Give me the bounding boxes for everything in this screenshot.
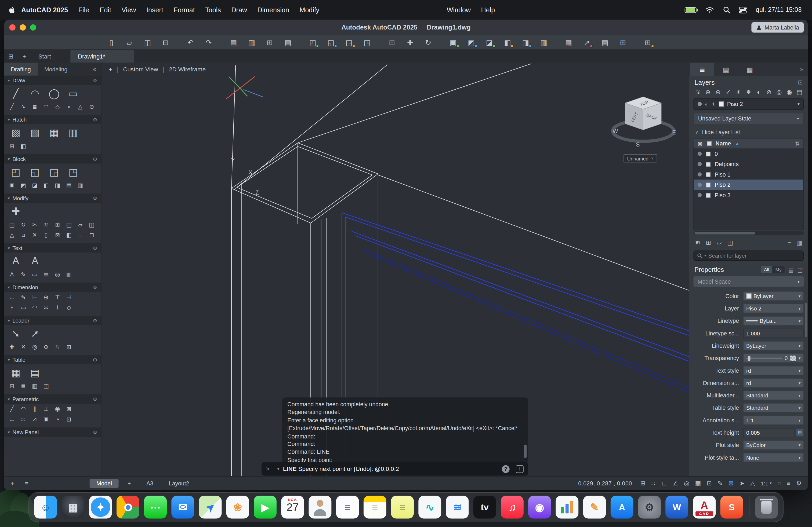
dock-item-s-app[interactable]: S <box>721 496 743 519</box>
layer-color-swatch[interactable] <box>706 182 710 187</box>
tool-icon[interactable]: ◠ <box>42 103 50 111</box>
layout-tab-model[interactable]: Model <box>90 479 119 488</box>
dock-item-music[interactable]: ♫ <box>501 496 524 519</box>
command-help-button[interactable]: ? <box>502 465 510 473</box>
dock-item-finder[interactable]: ☺ <box>34 496 57 519</box>
dock-item-app-store[interactable]: A <box>611 496 634 519</box>
dock-item-stocks[interactable]: ≋ <box>446 496 469 519</box>
tool-icon[interactable]: ▧ <box>27 125 43 140</box>
layer-row-piso-3[interactable]: Piso 3 <box>694 190 803 200</box>
tool-icon[interactable]: ◪ <box>31 181 39 190</box>
property-value-text-style[interactable]: rd▾ <box>743 366 804 375</box>
panel-header-hatch[interactable]: ▾Hatch⚙ <box>4 115 101 124</box>
pan-button[interactable]: ✚ <box>405 37 416 47</box>
wifi-icon[interactable] <box>706 6 714 13</box>
menu-view[interactable]: View <box>116 6 141 14</box>
tool-icon[interactable]: ◱ <box>27 165 43 179</box>
snap-mode-toggle[interactable]: ∷ <box>651 480 655 487</box>
tool-icon[interactable]: ↻ <box>19 221 27 229</box>
gear-icon[interactable]: ⚙ <box>93 284 97 290</box>
battery-icon[interactable] <box>685 7 697 13</box>
control-center-icon[interactable] <box>739 6 747 13</box>
tool-icon[interactable]: ✚ <box>8 204 24 219</box>
filter-all-button[interactable]: All <box>761 266 772 273</box>
gear-icon[interactable]: ⚙ <box>93 195 97 201</box>
property-value-multileader[interactable]: Standard▾ <box>743 391 804 400</box>
annotation-visibility-toggle[interactable]: ➤ <box>739 480 744 487</box>
dock-item-freeform[interactable]: ∿ <box>418 496 441 519</box>
tool-icon[interactable]: ▯ <box>42 231 50 239</box>
page-setup-button[interactable]: ⊞ <box>265 37 275 47</box>
menu-window[interactable]: Window <box>442 6 476 14</box>
tool-icon[interactable]: ⊞ <box>65 343 73 351</box>
tab-modeling[interactable]: Modeling <box>38 62 74 75</box>
tool-icon[interactable]: A <box>8 270 16 278</box>
sort-toggle-icon[interactable]: ⇅ <box>795 140 800 146</box>
tool-icon[interactable]: ◧ <box>65 231 73 239</box>
tool-icon[interactable]: ≍ <box>19 415 27 423</box>
close-window-button[interactable] <box>10 25 16 31</box>
snap-settings-toggle[interactable]: ▦ <box>695 480 701 487</box>
settings-toggle[interactable]: ⚙ <box>796 480 802 487</box>
tool-icon[interactable]: ◯ <box>46 86 62 100</box>
tab-drafting[interactable]: Drafting <box>4 62 37 75</box>
gear-icon[interactable]: ⚙ <box>93 77 97 83</box>
lock-icon[interactable]: ◐ <box>705 101 708 107</box>
menu-help[interactable]: Help <box>476 6 500 14</box>
tool-icon[interactable]: ⊡ <box>65 415 73 423</box>
layer-isolate-icon[interactable]: ◎ <box>774 89 784 96</box>
visibility-column-icon[interactable]: ◉ <box>698 140 703 147</box>
new-file-button[interactable]: ▯ <box>106 37 117 47</box>
new-group-filter-icon[interactable]: ⊞ <box>706 239 711 246</box>
plot-preview-button[interactable]: ▥ <box>246 37 257 47</box>
tool-icon[interactable]: ◰ <box>8 165 24 179</box>
sort-ascending-icon[interactable]: ▲ <box>735 141 739 146</box>
viewport[interactable]: YXZ +|Custom View|2D Wireframe W S E TOP… <box>102 62 689 476</box>
tool-icon[interactable]: ▱ <box>76 221 85 229</box>
tool-icon[interactable]: ⊿ <box>19 231 27 239</box>
publish-button[interactable]: ▤ <box>283 37 293 47</box>
dock-item-stickies[interactable]: ≡ <box>391 496 414 519</box>
search-input[interactable] <box>708 253 800 259</box>
layer-on-icon[interactable]: ☀ <box>734 89 743 96</box>
tool-icon[interactable]: ◎ <box>54 270 62 278</box>
paste-button[interactable]: ◩ <box>466 37 477 47</box>
customization-menu-toggle[interactable]: ≡ <box>787 480 791 487</box>
tool-icon[interactable]: ⊕ <box>42 343 50 351</box>
open-file-button[interactable]: ▱ <box>124 37 135 47</box>
tool-icon[interactable]: ▭ <box>19 303 27 312</box>
panel-header-leader[interactable]: ▾Leader⚙ <box>4 316 101 325</box>
property-value-lineweight[interactable]: ByLayer▾ <box>743 341 804 350</box>
tool-icon[interactable]: ▤ <box>42 270 50 278</box>
layer-status-icon[interactable] <box>698 162 702 166</box>
layer-state-dropdown[interactable]: Unsaved Layer State ▾ <box>693 113 804 124</box>
menu-dimension[interactable]: Dimension <box>252 6 294 14</box>
create-block-button[interactable]: ◱ <box>326 37 336 47</box>
tool-icon[interactable]: ▥ <box>31 382 39 390</box>
layer-unisolate-icon[interactable]: ◉ <box>784 89 794 96</box>
properties-scrollbar[interactable] <box>805 303 808 472</box>
layer-status-icon[interactable] <box>698 172 702 176</box>
group-button[interactable]: ◧ <box>503 37 513 47</box>
tool-icon[interactable]: ◧ <box>42 181 50 190</box>
tool-icon[interactable]: ◩ <box>19 181 27 190</box>
ortho-mode-toggle[interactable]: ∟ <box>661 480 667 487</box>
layer-row-piso-2[interactable]: Piso 2 <box>694 180 803 190</box>
layer-states-tab[interactable]: ▤ <box>714 62 738 76</box>
tool-icon[interactable]: ◔ <box>54 415 62 423</box>
tool-icon[interactable]: ✂ <box>31 221 39 229</box>
panel-menu-icon[interactable]: ≡ <box>25 480 29 487</box>
chevron-down-icon[interactable]: ▾ <box>277 467 279 471</box>
layer-row-piso-1[interactable]: Piso 1 <box>694 169 803 180</box>
isolate-objects-toggle[interactable]: ◌ <box>777 480 781 487</box>
tool-icon[interactable]: ◲ <box>46 165 62 179</box>
tool-icon[interactable]: ⊙ <box>88 103 96 111</box>
layer-color-swatch[interactable] <box>706 151 710 156</box>
tool-icon[interactable]: ≣ <box>19 382 27 390</box>
menu-modify[interactable]: Modify <box>294 6 324 14</box>
dock-item-settings[interactable]: ⚙ <box>638 496 661 519</box>
tool-icon[interactable]: ◠ <box>31 303 39 312</box>
tool-icon[interactable]: ⊢ <box>31 293 39 301</box>
selection-scope-dropdown[interactable]: Model Space ▾ <box>693 276 804 287</box>
minimize-window-button[interactable] <box>19 25 26 31</box>
